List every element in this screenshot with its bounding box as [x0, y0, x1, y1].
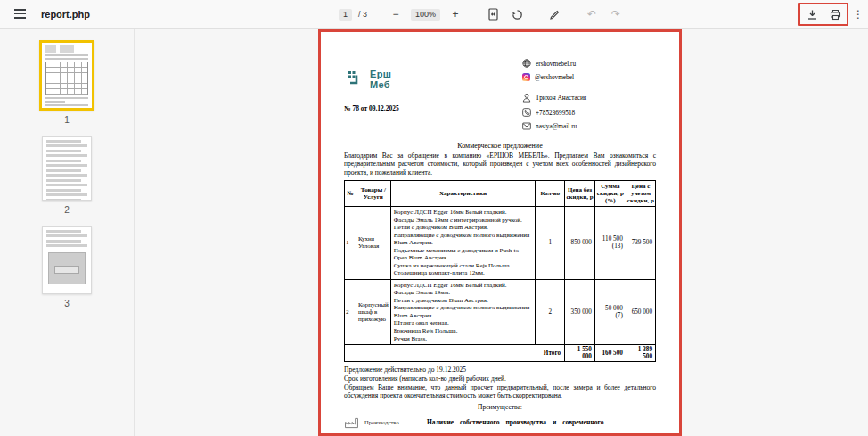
page-count: / 3	[358, 10, 367, 19]
row-specs: Корпус ЛДСП Egger 16мм Белый гладкий. Фа…	[390, 207, 536, 280]
thumbnail-label: 1	[64, 115, 70, 125]
undo-icon: ↶	[587, 8, 596, 21]
offer-table: № Товары / Услуги Характеристики Кол-во …	[344, 180, 656, 362]
thumbnail-preview-3	[42, 226, 92, 294]
contact-instagram: @ershovmebel	[522, 73, 656, 81]
row-specs: Корпус ЛДСП Egger 16мм Белый гладкий. Фа…	[390, 279, 536, 344]
zoom-level: 100%	[411, 9, 440, 21]
document-header: Ерш Меб № 78 от 09.12.2025 ershovmebel.r…	[344, 46, 656, 136]
total-discount: 160 500	[594, 345, 626, 362]
instagram-icon	[522, 73, 530, 81]
col-header-product: Товары / Услуги	[356, 180, 390, 206]
logo-text-line2: Меб	[370, 80, 391, 91]
advantages-title: Преимущества:	[344, 403, 656, 412]
pen-icon	[549, 9, 561, 21]
contacts-block: ershovmebel.ru @ershovmebel Трихон Анаст…	[522, 46, 656, 136]
document-title: report.php	[41, 9, 90, 20]
thumbnail-page-1[interactable]: 1	[39, 40, 94, 136]
thumbnail-page-2[interactable]: 2	[42, 136, 92, 226]
document-page-1: Ерш Меб № 78 от 09.12.2025 ershovmebel.r…	[318, 29, 682, 436]
row-num: 2	[345, 279, 356, 344]
undo-button[interactable]: ↶	[583, 5, 601, 23]
email-icon	[522, 122, 531, 130]
person-icon	[522, 93, 531, 103]
instagram-text: @ershovmebel	[535, 73, 574, 81]
thumbnail-label: 2	[64, 205, 70, 215]
download-button[interactable]	[803, 5, 821, 23]
offer-number: № 78 от 09.12.2025	[344, 104, 522, 112]
annotate-button[interactable]	[545, 5, 563, 23]
logo-text-line1: Ерш	[370, 70, 391, 80]
col-header-discount: Сумма скидки, р (%)	[594, 180, 626, 206]
thumbnail-label: 3	[64, 299, 70, 308]
logo-icon	[348, 70, 365, 89]
zoom-in-button[interactable]: +	[446, 5, 464, 23]
menu-icon[interactable]	[9, 4, 30, 25]
col-header-num: №	[345, 180, 356, 206]
page-number-input[interactable]: 1	[339, 9, 352, 21]
contact-email: nastya@mail.ru	[522, 122, 656, 130]
thumbnail-page-3[interactable]: 3	[42, 226, 92, 320]
print-icon	[830, 9, 841, 21]
pdf-viewer: report.php 1 / 3 − 100% +	[0, 0, 868, 436]
redo-button[interactable]: ↷	[607, 5, 625, 23]
row-discount: 50 000 (7)	[594, 279, 626, 344]
total-label: Итого	[345, 345, 565, 362]
row-discount: 110 500 (13)	[594, 207, 626, 280]
fit-page-icon	[487, 8, 499, 21]
table-row: 2 Корпусный шкаф в прихожую Корпус ЛДСП …	[345, 279, 656, 344]
phone-text: +78523699518	[536, 109, 575, 117]
row-product: Корпусный шкаф в прихожую	[356, 279, 390, 344]
row-product: Кухня Угловая	[356, 207, 390, 280]
more-icon: ⋮	[853, 8, 864, 21]
row-final: 650 000	[626, 279, 655, 344]
row-price: 350 000	[565, 279, 595, 344]
globe-icon	[522, 59, 531, 68]
contact-phone: +78523699518	[522, 108, 656, 117]
toolbar: report.php 1 / 3 − 100% +	[0, 0, 868, 29]
total-final: 1 389 500	[626, 345, 655, 362]
validity-text: Предложение действительно до 19.12.2025	[344, 366, 656, 374]
offer-footer: Предложение действительно до 19.12.2025 …	[344, 366, 656, 429]
row-num: 1	[345, 207, 356, 280]
row-qty: 2	[536, 279, 565, 344]
table-total-row: Итого 1 550 000 160 500 1 389 500	[345, 345, 656, 362]
offer-intro: Благодарим Вас за обращение в компанию «…	[344, 152, 656, 177]
advantage-item: Производство Наличие собственного произв…	[344, 417, 656, 429]
col-header-qty: Кол-во	[536, 180, 565, 206]
phone-icon	[522, 108, 531, 117]
rotate-icon	[512, 9, 523, 21]
col-header-price: Цена без скидки, р	[565, 180, 595, 206]
thumbnail-preview-2	[42, 136, 92, 201]
annotation-highlight-toolbar	[798, 3, 848, 26]
manager-text: Трихон Анастасия	[536, 94, 586, 102]
row-final: 739 500	[626, 207, 655, 280]
download-icon	[807, 9, 818, 21]
contact-manager: Трихон Анастасия	[522, 93, 656, 103]
thumbnail-sidebar: 1 2 3	[0, 29, 135, 436]
website-text: ershovmebel.ru	[536, 60, 576, 68]
offer-title: Коммерческое предложение	[344, 142, 656, 150]
plus-icon: +	[453, 8, 459, 21]
note-text: Обращаем Ваше внимание, что данный просч…	[344, 383, 656, 401]
redo-icon: ↷	[611, 8, 620, 21]
contact-website: ershovmebel.ru	[522, 59, 656, 68]
table-header-row: № Товары / Услуги Характеристики Кол-во …	[345, 180, 656, 206]
minus-icon: −	[393, 8, 399, 21]
advantage-text: Наличие собственного производства и совр…	[427, 418, 656, 427]
zoom-out-button[interactable]: −	[387, 5, 405, 23]
total-price: 1 550 000	[565, 345, 595, 362]
production-time-text: Срок изготовления (написать кол-во дней)…	[344, 374, 656, 383]
table-row: 1 Кухня Угловая Корпус ЛДСП Egger 16мм Б…	[345, 207, 656, 280]
fit-page-button[interactable]	[484, 5, 502, 23]
rotate-button[interactable]	[508, 5, 526, 23]
company-logo: Ерш Меб	[348, 70, 522, 90]
advantage-label: Производство	[364, 419, 427, 426]
print-button[interactable]	[826, 5, 844, 23]
email-text: nastya@mail.ru	[536, 122, 577, 130]
row-qty: 1	[536, 207, 565, 280]
col-header-specs: Характеристики	[390, 180, 536, 206]
factory-icon	[344, 417, 359, 429]
col-header-final: Цена с учетом скидки, р	[626, 180, 655, 206]
more-options-button[interactable]: ⋮	[850, 4, 866, 24]
